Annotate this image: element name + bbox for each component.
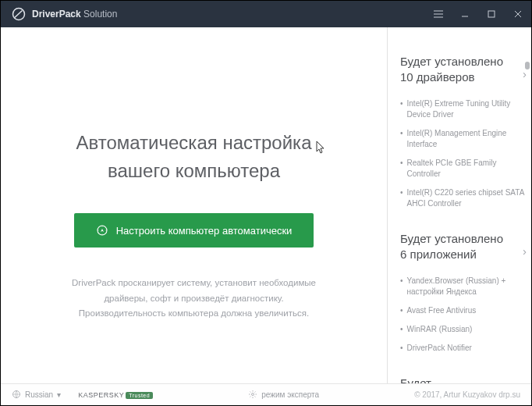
main-heading: Автоматическая настройка вашего компьюте… (24, 129, 364, 185)
desc-line2: драйверы, софт и произведёт диагностику. (24, 291, 364, 307)
list-item: Intel(R) Management Engine Interface (400, 128, 527, 150)
app-window: DriverPack Solution Автоматическая настр… (0, 0, 532, 406)
scrollbar-thumb[interactable] (525, 62, 530, 69)
desc-line3: Производительность компьютера должна уве… (24, 306, 364, 322)
diag-section: Будет произведена (400, 376, 527, 383)
heading-line1: Автоматическая настройка (24, 129, 364, 157)
apps-title-line1: Будет установлено (400, 231, 527, 247)
app-title-bold: DriverPack (32, 9, 81, 20)
list-item: Intel(R) Extreme Tuning Utility Device D… (400, 98, 527, 120)
diag-section-title[interactable]: Будет произведена (400, 376, 527, 383)
main-panel: Автоматическая настройка вашего компьюте… (1, 27, 388, 383)
kaspersky-badge: KASPERSKYTrusted (78, 391, 153, 399)
list-item: Realtek PCIe GBE Family Controller (400, 158, 527, 180)
menu-button[interactable] (425, 1, 452, 27)
footer-left: Russian ▾ KASPERSKYTrusted (12, 390, 153, 401)
globe-icon (12, 390, 21, 401)
expert-mode-link[interactable]: режим эксперта (248, 390, 319, 401)
drivers-title-line1: Будет установлено (400, 54, 527, 69)
window-controls (425, 1, 531, 27)
svg-rect-1 (488, 11, 495, 17)
titlebar: DriverPack Solution (1, 1, 531, 27)
chevron-down-icon: ▾ (57, 390, 61, 399)
close-button[interactable] (505, 1, 531, 27)
language-selector[interactable]: Russian ▾ (12, 390, 61, 401)
minimize-button[interactable] (452, 1, 478, 27)
apps-section-title[interactable]: Будет установлено 6 приложений › (400, 231, 527, 262)
desc-line1: DriverPack просканирует систему, установ… (24, 276, 364, 291)
drivers-section: Будет установлено 10 драйверов › Intel(R… (400, 54, 527, 209)
trusted-badge: Trusted (126, 392, 153, 399)
main-description: DriverPack просканирует систему, установ… (24, 276, 364, 322)
compass-icon (96, 224, 108, 237)
apps-title-line2: 6 приложений (400, 247, 527, 262)
language-label: Russian (25, 390, 53, 399)
list-item: WinRAR (Russian) (400, 324, 527, 335)
list-item: Yandex.Browser (Russian) + настройки Янд… (400, 276, 527, 297)
titlebar-left: DriverPack Solution (12, 7, 117, 21)
sidebar-scrollbar[interactable] (525, 54, 530, 379)
drivers-section-title[interactable]: Будет установлено 10 драйверов › (400, 54, 527, 84)
svg-point-4 (252, 393, 254, 395)
kaspersky-text: KASPERSKY (78, 391, 124, 399)
heading-line2: вашего компьютера (24, 157, 364, 185)
sidebar: Будет установлено 10 драйверов › Intel(R… (388, 27, 531, 383)
drivers-title-line2: 10 драйверов (400, 69, 527, 85)
app-logo-icon (12, 7, 26, 21)
apps-section: Будет установлено 6 приложений › Yandex.… (400, 231, 527, 354)
gear-icon (248, 390, 257, 401)
list-item: DriverPack Notifier (400, 343, 527, 354)
content: Автоматическая настройка вашего компьюте… (1, 27, 531, 383)
footer: Russian ▾ KASPERSKYTrusted режим эксперт… (1, 383, 531, 405)
app-title-light: Solution (83, 9, 117, 20)
expert-mode-label: режим эксперта (261, 390, 319, 399)
cta-label: Настроить компьютер автоматически (116, 225, 293, 237)
maximize-button[interactable] (478, 1, 505, 27)
app-title: DriverPack Solution (32, 9, 117, 20)
auto-configure-button[interactable]: Настроить компьютер автоматически (74, 213, 314, 248)
diag-title-line1: Будет (400, 376, 527, 383)
copyright: © 2017, Artur Kuzyakov drp.su (414, 390, 520, 399)
list-item: Avast Free Antivirus (400, 305, 527, 316)
list-item: Intel(R) C220 series chipset SATA AHCI C… (400, 187, 527, 209)
